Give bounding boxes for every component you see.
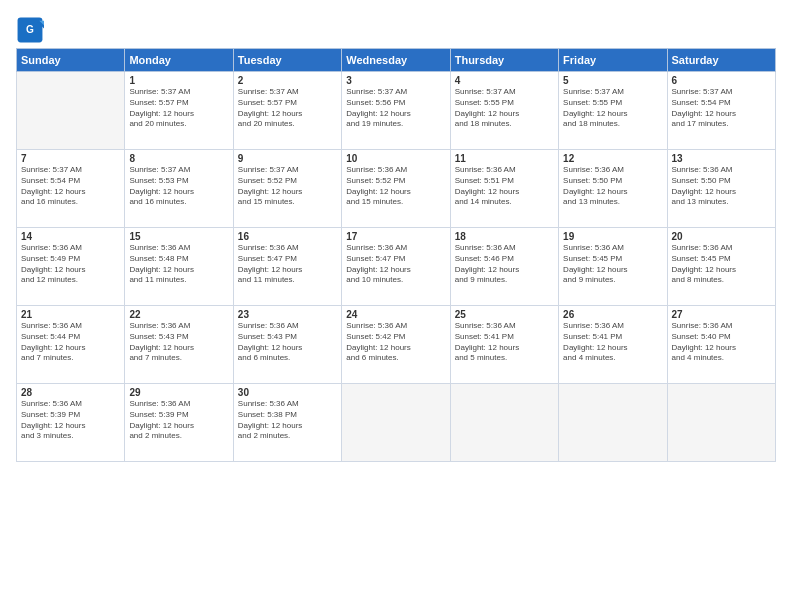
logo-icon: G [16,16,44,44]
cell-info: Sunrise: 5:37 AM Sunset: 5:55 PM Dayligh… [563,87,662,130]
calendar-cell: 30Sunrise: 5:36 AM Sunset: 5:38 PM Dayli… [233,384,341,462]
calendar-cell [667,384,775,462]
day-number: 17 [346,231,445,242]
cell-info: Sunrise: 5:36 AM Sunset: 5:45 PM Dayligh… [672,243,771,286]
day-number: 8 [129,153,228,164]
calendar-cell [450,384,558,462]
cell-info: Sunrise: 5:36 AM Sunset: 5:42 PM Dayligh… [346,321,445,364]
calendar-cell: 27Sunrise: 5:36 AM Sunset: 5:40 PM Dayli… [667,306,775,384]
day-number: 3 [346,75,445,86]
calendar-cell: 17Sunrise: 5:36 AM Sunset: 5:47 PM Dayli… [342,228,450,306]
cell-info: Sunrise: 5:36 AM Sunset: 5:50 PM Dayligh… [563,165,662,208]
cell-info: Sunrise: 5:37 AM Sunset: 5:54 PM Dayligh… [21,165,120,208]
day-number: 11 [455,153,554,164]
cell-info: Sunrise: 5:37 AM Sunset: 5:57 PM Dayligh… [238,87,337,130]
calendar-cell: 19Sunrise: 5:36 AM Sunset: 5:45 PM Dayli… [559,228,667,306]
calendar-cell: 12Sunrise: 5:36 AM Sunset: 5:50 PM Dayli… [559,150,667,228]
calendar-cell: 7Sunrise: 5:37 AM Sunset: 5:54 PM Daylig… [17,150,125,228]
day-number: 10 [346,153,445,164]
calendar-cell [342,384,450,462]
logo: G [16,16,48,44]
cell-info: Sunrise: 5:36 AM Sunset: 5:48 PM Dayligh… [129,243,228,286]
day-number: 14 [21,231,120,242]
day-number: 15 [129,231,228,242]
day-number: 26 [563,309,662,320]
day-number: 7 [21,153,120,164]
cell-info: Sunrise: 5:36 AM Sunset: 5:40 PM Dayligh… [672,321,771,364]
cell-info: Sunrise: 5:37 AM Sunset: 5:54 PM Dayligh… [672,87,771,130]
day-number: 29 [129,387,228,398]
day-number: 19 [563,231,662,242]
cell-info: Sunrise: 5:36 AM Sunset: 5:49 PM Dayligh… [21,243,120,286]
day-number: 2 [238,75,337,86]
calendar-cell: 2Sunrise: 5:37 AM Sunset: 5:57 PM Daylig… [233,72,341,150]
day-number: 21 [21,309,120,320]
col-header-saturday: Saturday [667,49,775,72]
cell-info: Sunrise: 5:36 AM Sunset: 5:52 PM Dayligh… [346,165,445,208]
cell-info: Sunrise: 5:36 AM Sunset: 5:41 PM Dayligh… [563,321,662,364]
cell-info: Sunrise: 5:36 AM Sunset: 5:50 PM Dayligh… [672,165,771,208]
col-header-tuesday: Tuesday [233,49,341,72]
col-header-monday: Monday [125,49,233,72]
calendar-cell: 16Sunrise: 5:36 AM Sunset: 5:47 PM Dayli… [233,228,341,306]
day-number: 13 [672,153,771,164]
cell-info: Sunrise: 5:36 AM Sunset: 5:38 PM Dayligh… [238,399,337,442]
calendar-cell: 11Sunrise: 5:36 AM Sunset: 5:51 PM Dayli… [450,150,558,228]
day-number: 4 [455,75,554,86]
calendar-cell [17,72,125,150]
col-header-sunday: Sunday [17,49,125,72]
day-number: 27 [672,309,771,320]
calendar-cell: 18Sunrise: 5:36 AM Sunset: 5:46 PM Dayli… [450,228,558,306]
calendar-cell: 9Sunrise: 5:37 AM Sunset: 5:52 PM Daylig… [233,150,341,228]
calendar-cell: 13Sunrise: 5:36 AM Sunset: 5:50 PM Dayli… [667,150,775,228]
cell-info: Sunrise: 5:37 AM Sunset: 5:55 PM Dayligh… [455,87,554,130]
cell-info: Sunrise: 5:36 AM Sunset: 5:41 PM Dayligh… [455,321,554,364]
calendar-cell: 8Sunrise: 5:37 AM Sunset: 5:53 PM Daylig… [125,150,233,228]
day-number: 23 [238,309,337,320]
col-header-thursday: Thursday [450,49,558,72]
day-number: 12 [563,153,662,164]
calendar-cell: 29Sunrise: 5:36 AM Sunset: 5:39 PM Dayli… [125,384,233,462]
day-number: 5 [563,75,662,86]
calendar-cell: 28Sunrise: 5:36 AM Sunset: 5:39 PM Dayli… [17,384,125,462]
day-number: 20 [672,231,771,242]
calendar-cell: 21Sunrise: 5:36 AM Sunset: 5:44 PM Dayli… [17,306,125,384]
day-number: 18 [455,231,554,242]
cell-info: Sunrise: 5:36 AM Sunset: 5:43 PM Dayligh… [238,321,337,364]
header: G [16,12,776,44]
day-number: 25 [455,309,554,320]
calendar-cell [559,384,667,462]
calendar-cell: 15Sunrise: 5:36 AM Sunset: 5:48 PM Dayli… [125,228,233,306]
page: G SundayMondayTuesdayWednesdayThursdayFr… [0,0,792,612]
calendar-cell: 6Sunrise: 5:37 AM Sunset: 5:54 PM Daylig… [667,72,775,150]
cell-info: Sunrise: 5:37 AM Sunset: 5:53 PM Dayligh… [129,165,228,208]
day-number: 9 [238,153,337,164]
calendar-cell: 24Sunrise: 5:36 AM Sunset: 5:42 PM Dayli… [342,306,450,384]
cell-info: Sunrise: 5:36 AM Sunset: 5:39 PM Dayligh… [129,399,228,442]
calendar-cell: 20Sunrise: 5:36 AM Sunset: 5:45 PM Dayli… [667,228,775,306]
calendar-cell: 25Sunrise: 5:36 AM Sunset: 5:41 PM Dayli… [450,306,558,384]
col-header-friday: Friday [559,49,667,72]
cell-info: Sunrise: 5:36 AM Sunset: 5:44 PM Dayligh… [21,321,120,364]
cell-info: Sunrise: 5:36 AM Sunset: 5:39 PM Dayligh… [21,399,120,442]
day-number: 30 [238,387,337,398]
cell-info: Sunrise: 5:36 AM Sunset: 5:46 PM Dayligh… [455,243,554,286]
cell-info: Sunrise: 5:37 AM Sunset: 5:57 PM Dayligh… [129,87,228,130]
cell-info: Sunrise: 5:36 AM Sunset: 5:43 PM Dayligh… [129,321,228,364]
calendar-cell: 26Sunrise: 5:36 AM Sunset: 5:41 PM Dayli… [559,306,667,384]
calendar-cell: 1Sunrise: 5:37 AM Sunset: 5:57 PM Daylig… [125,72,233,150]
calendar-cell: 5Sunrise: 5:37 AM Sunset: 5:55 PM Daylig… [559,72,667,150]
col-header-wednesday: Wednesday [342,49,450,72]
cell-info: Sunrise: 5:37 AM Sunset: 5:52 PM Dayligh… [238,165,337,208]
cell-info: Sunrise: 5:36 AM Sunset: 5:51 PM Dayligh… [455,165,554,208]
calendar-cell: 10Sunrise: 5:36 AM Sunset: 5:52 PM Dayli… [342,150,450,228]
cell-info: Sunrise: 5:36 AM Sunset: 5:45 PM Dayligh… [563,243,662,286]
calendar-cell: 22Sunrise: 5:36 AM Sunset: 5:43 PM Dayli… [125,306,233,384]
day-number: 24 [346,309,445,320]
calendar-cell: 14Sunrise: 5:36 AM Sunset: 5:49 PM Dayli… [17,228,125,306]
day-number: 6 [672,75,771,86]
calendar-table: SundayMondayTuesdayWednesdayThursdayFrid… [16,48,776,462]
day-number: 16 [238,231,337,242]
svg-text:G: G [26,24,34,35]
calendar-cell: 4Sunrise: 5:37 AM Sunset: 5:55 PM Daylig… [450,72,558,150]
